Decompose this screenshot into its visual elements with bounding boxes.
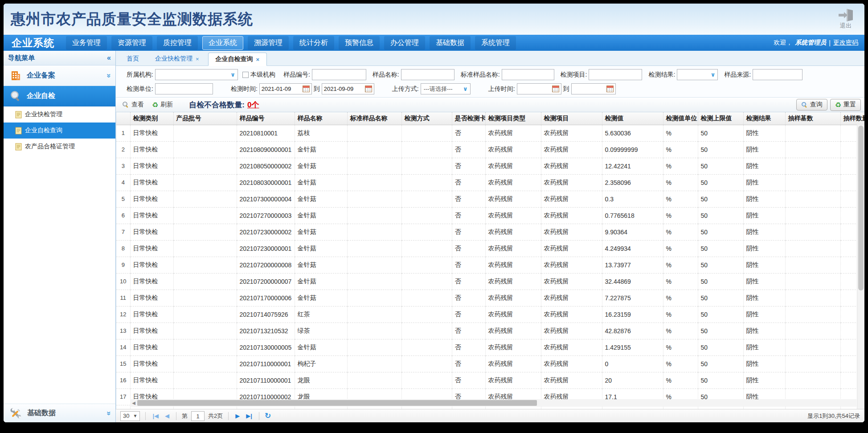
sidebar-item-quick-check[interactable]: 企业快检管理 [4, 106, 115, 123]
tab-2[interactable]: 企业自检查询× [208, 53, 267, 66]
refresh-icon: ♻ [152, 101, 158, 109]
column-header[interactable]: 检测值 [602, 112, 663, 125]
page-size-select[interactable]: 30▼ [120, 411, 140, 421]
upload-mode-select[interactable]: ---请选择---∨ [421, 83, 471, 94]
column-header[interactable]: 抽样基数 [785, 112, 840, 125]
column-header[interactable]: 是否检测卡 [452, 112, 485, 125]
calendar-icon[interactable] [606, 86, 614, 92]
column-header[interactable]: 样品编号 [237, 112, 295, 125]
org-select[interactable]: ∨ [155, 69, 238, 80]
table-cell: 金针菇 [295, 158, 347, 174]
sample-source-label: 样品来源: [724, 71, 751, 79]
upload-time-to-input[interactable] [571, 83, 616, 94]
vertical-scrollbar-thumb[interactable] [858, 126, 864, 290]
table-row[interactable]: 11日常快检202107170000006金针菇否农药残留农药残留7.22787… [116, 290, 864, 306]
column-header[interactable]: 抽样数量 [840, 112, 864, 125]
test-item-input[interactable] [589, 69, 642, 80]
refresh-button[interactable]: ♻ 刷新 [149, 99, 176, 110]
column-header[interactable]: 检测结果 [743, 112, 785, 125]
nav-item-3[interactable]: 企业系统 [202, 36, 243, 50]
column-header[interactable]: 检测上限值 [698, 112, 743, 125]
column-header[interactable]: 产品批号 [173, 112, 237, 125]
sidebar-item-self-check-query[interactable]: 企业自检查询 [4, 123, 115, 139]
table-row[interactable]: 16日常快检202107110000001龙眼否农药残留农药残留20%50阴性 [116, 372, 864, 388]
table-row[interactable]: 13日常快检20210713210532绿茶否农药残留农药残留42.82876%… [116, 323, 864, 339]
logout-button[interactable]: 退出 [838, 9, 854, 30]
table-row[interactable]: 10日常快检202107200000007金针菇否农药残留农药残留32.4486… [116, 273, 864, 290]
own-org-checkbox[interactable] [242, 72, 249, 78]
sidebar-group-base-data[interactable]: 基础数据 « [4, 404, 115, 422]
nav-item-2[interactable]: 质控管理 [157, 36, 198, 50]
table-row[interactable]: 7日常快检202107230000002金针菇否农药残留农药残留9.90364%… [116, 224, 864, 240]
column-header[interactable]: 检测项目 [541, 112, 602, 125]
view-button[interactable]: 查看 [119, 99, 147, 110]
calendar-icon[interactable] [303, 86, 310, 92]
fail-count-value[interactable]: 0个 [247, 101, 259, 109]
first-page-button[interactable]: |◀ [151, 413, 160, 419]
table-cell [347, 174, 401, 191]
tab-label: 企业快检管理 [155, 55, 192, 63]
record-status: 显示1到30,共54记录 [807, 412, 860, 420]
sidebar-group-self-check[interactable]: 企业自检 [4, 86, 115, 106]
tab-close-icon[interactable]: × [256, 56, 260, 63]
table-row[interactable]: 3日常快检202108050000002金针菇否农药残留农药残留12.42241… [116, 158, 864, 174]
tab-1[interactable]: 企业快检管理× [148, 52, 206, 65]
current-page-input[interactable]: 1 [191, 411, 205, 421]
vertical-scrollbar[interactable] [857, 125, 864, 409]
nav-item-4[interactable]: 溯源管理 [248, 36, 289, 50]
table-cell: 日常快检 [130, 224, 173, 240]
table-row[interactable]: 4日常快检202108030000001金针菇否农药残留农药残留2.358096… [116, 174, 864, 191]
horizontal-scrollbar-thumb[interactable] [137, 400, 537, 406]
reset-button[interactable]: ♻ 重置 [830, 99, 861, 111]
table-row[interactable]: 15日常快检202107110000001枸杞子否农药残留农药残留0%50阴性 [116, 355, 864, 372]
nav-item-7[interactable]: 办公管理 [384, 36, 425, 50]
sidebar-collapse-button[interactable]: « [107, 54, 111, 62]
tab-close-icon[interactable]: × [196, 56, 199, 62]
last-page-button[interactable]: ▶| [245, 413, 254, 419]
column-header[interactable]: 检测项目类型 [485, 112, 541, 125]
table-row[interactable]: 1日常快检20210810001荔枝否农药残留农药残留5.630036%50阴性 [116, 125, 864, 141]
column-header[interactable]: 检测方式 [401, 112, 452, 125]
reload-icon[interactable]: ↻ [265, 411, 271, 421]
calendar-icon[interactable] [365, 86, 372, 92]
test-result-select[interactable]: ∨ [677, 69, 718, 80]
change-password-link[interactable]: 更改密码 [833, 39, 858, 47]
column-header[interactable]: 检测类别 [130, 112, 173, 125]
prev-page-button[interactable]: ◀ [164, 413, 171, 419]
test-time-to-input[interactable]: 2021-09-09 [322, 83, 374, 94]
nav-item-8[interactable]: 基础数据 [430, 36, 471, 50]
test-time-from-input[interactable]: 2021-01-09 [259, 83, 312, 94]
table-row[interactable]: 6日常快检202107270000003金针菇否农药残留农药残留0.776561… [116, 207, 864, 224]
nav-item-6[interactable]: 预警信息 [339, 36, 380, 50]
sample-no-input[interactable] [312, 69, 366, 80]
std-sample-input[interactable] [502, 69, 554, 80]
table-cell [401, 191, 452, 207]
sample-source-input[interactable] [753, 69, 802, 80]
table-row[interactable]: 12日常快检20210714075926红茶否农药残留农药残留16.23159%… [116, 306, 864, 323]
sidebar-item-certificate-mgmt[interactable]: 农产品合格证管理 [4, 139, 115, 155]
query-button[interactable]: 查询 [796, 99, 827, 110]
column-header[interactable]: 标准样品名称 [347, 112, 401, 125]
nav-item-5[interactable]: 统计分析 [293, 36, 334, 50]
next-page-button[interactable]: ▶ [234, 413, 241, 419]
table-row[interactable]: 9日常快检202107200000008金针菇否农药残留农药残留13.73977… [116, 257, 864, 273]
sample-name-input[interactable] [401, 69, 454, 80]
table-row[interactable]: 14日常快检202107130000005金针菇否农药残留农药残留1.42915… [116, 339, 864, 355]
table-row[interactable]: 2日常快检202108090000001金针菇否农药残留农药残留0.099999… [116, 141, 864, 158]
scroll-left-arrow[interactable]: ◀ [130, 400, 137, 405]
nav-item-0[interactable]: 业务管理 [66, 36, 107, 50]
column-header[interactable]: 检测值单位 [663, 112, 698, 125]
table-row[interactable]: 5日常快检202107300000004金针菇否农药残留农药残留0.3%50阴性 [116, 191, 864, 207]
table-row[interactable]: 8日常快检202107230000001金针菇否农药残留农药残留4.249934… [116, 240, 864, 257]
chevron-down-icon: ∨ [462, 86, 469, 92]
nav-item-1[interactable]: 资源管理 [111, 36, 152, 50]
column-header[interactable]: 样品名称 [295, 112, 347, 125]
upload-time-from-input[interactable] [517, 83, 561, 94]
calendar-icon[interactable] [552, 86, 559, 92]
tab-0[interactable]: 首页 [119, 52, 146, 65]
test-unit-input[interactable] [155, 83, 213, 94]
nav-item-9[interactable]: 系统管理 [475, 36, 516, 50]
horizontal-scrollbar[interactable]: ◀ [130, 399, 856, 407]
sidebar-group-enterprise-record[interactable]: 企业备案 « [4, 65, 115, 86]
table-cell [347, 323, 401, 339]
